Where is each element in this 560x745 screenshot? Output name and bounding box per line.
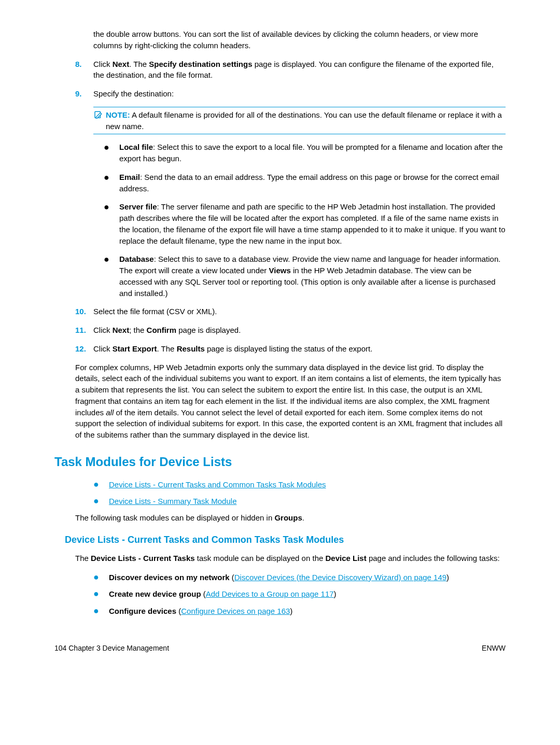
step-11: 11. Click Next; the Confirm page is disp… [75, 325, 506, 336]
bullet-marker: ● [93, 571, 109, 582]
bullet-body: Server file: The server filename and pat… [119, 201, 506, 246]
link-configure-devices[interactable]: Configure Devices on page 163 [181, 607, 290, 615]
body-paragraph: The following task modules can be displa… [75, 512, 506, 524]
bullet-server-file: ● Server file: The server filename and p… [104, 201, 506, 246]
text: page is displayed listing the status of … [205, 344, 373, 353]
text: . The [157, 344, 177, 353]
bold-text: Confirm [147, 326, 177, 334]
link-discover-devices[interactable]: Discover Devices (the Device Discovery W… [234, 573, 446, 582]
text: The [75, 554, 91, 563]
bold-text: Results [177, 344, 205, 353]
text: task module can be displayed on the [195, 554, 326, 563]
bullet-body: Email: Send the data to an email address… [119, 172, 506, 194]
step-text: Select the file format (CSV or XML). [93, 306, 506, 317]
bold-text: Start Export [113, 344, 157, 353]
bullet-marker: ● [104, 254, 119, 299]
bullet-marker: ● [93, 479, 109, 489]
bullet-marker: ● [104, 142, 119, 164]
bullet-body: Local file: Select this to save the expo… [119, 142, 506, 164]
text: Click [93, 344, 113, 353]
step-text: Click Next; the Confirm page is displaye… [93, 325, 506, 336]
bullet-local-file: ● Local file: Select this to save the ex… [104, 142, 506, 164]
text: : The server filename and path are speci… [119, 202, 506, 245]
step-8: 8. Click Next. The Specify destination s… [75, 59, 506, 81]
task-bullet-discover: ● Discover devices on my network (Discov… [93, 571, 506, 583]
link-bullet-1: ● Device Lists - Current Tasks and Commo… [93, 479, 506, 490]
text: . The [129, 60, 149, 68]
text: ) [290, 607, 292, 615]
text: ( [230, 573, 234, 582]
task-bullet-create-group: ● Create new device group (Add Devices t… [93, 588, 506, 600]
note-text: A default filename is provided for all o… [106, 110, 502, 131]
text: : Select this to save the export to a lo… [119, 143, 503, 163]
text: The following task modules can be displa… [75, 513, 274, 522]
heading-task-modules: Task Modules for Device Lists [54, 453, 506, 471]
link-current-tasks[interactable]: Device Lists - Current Tasks and Common … [109, 479, 326, 490]
task-bullet-configure: ● Configure devices (Configure Devices o… [93, 605, 506, 617]
note-label: NOTE: [106, 110, 130, 119]
bullet-database: ● Database: Select this to save to a dat… [104, 254, 506, 299]
bold-text: Server file [119, 202, 157, 211]
footer-left: 104 Chapter 3 Device Management [54, 643, 169, 653]
bold-text: Device List [326, 554, 367, 563]
step-12: 12. Click Start Export. The Results page… [75, 343, 506, 355]
paragraph-continuation: the double arrow buttons. You can sort t… [93, 29, 506, 51]
italic-text: all [106, 408, 114, 417]
bullet-body: Create new device group (Add Devices to … [109, 588, 337, 600]
text: Click [93, 60, 113, 68]
text: ( [201, 589, 206, 598]
bold-text: Groups [274, 513, 302, 522]
bold-text: Specify destination settings [149, 60, 252, 68]
page-footer: 104 Chapter 3 Device Management ENWW [54, 643, 506, 653]
heading-current-tasks: Device Lists - Current Tasks and Common … [65, 533, 506, 546]
step-10: 10. Select the file format (CSV or XML). [75, 306, 506, 317]
text: ) [334, 589, 337, 598]
bullet-body: Discover devices on my network (Discover… [109, 572, 449, 583]
text: : Send the data to an email address. Typ… [119, 173, 499, 193]
bold-text: Configure devices [109, 607, 176, 615]
bold-text: Next [113, 326, 130, 334]
note-icon [93, 110, 103, 120]
step-number: 9. [75, 88, 93, 100]
text: ; the [129, 326, 146, 334]
link-add-devices-group[interactable]: Add Devices to a Group on page 117 [206, 589, 334, 598]
body-paragraph: The Device Lists - Current Tasks task mo… [75, 553, 506, 564]
bullet-marker: ● [93, 605, 109, 615]
step-text: Click Start Export. The Results page is … [93, 343, 506, 355]
bold-text: Email [119, 173, 140, 181]
step-number: 10. [75, 306, 93, 317]
bullet-email: ● Email: Send the data to an email addre… [104, 172, 506, 194]
body-paragraph: For complex columns, HP Web Jetadmin exp… [75, 362, 506, 441]
bold-text: Device Lists - Current Tasks [91, 554, 195, 563]
bullet-body: Configure devices (Configure Devices on … [109, 606, 292, 617]
bold-text: Discover devices on my network [109, 573, 230, 582]
link-bullet-2: ● Device Lists - Summary Task Module [93, 495, 506, 507]
text: page is displayed. [176, 326, 241, 334]
step-number: 11. [75, 325, 93, 336]
step-number: 8. [75, 59, 93, 81]
text: page and includes the following tasks: [367, 554, 500, 563]
bullet-marker: ● [104, 172, 119, 194]
text: ( [176, 607, 181, 615]
step-text: Specify the destination: [93, 88, 506, 100]
text: of the item details. You cannot select t… [75, 408, 502, 440]
note-content: NOTE: A default filename is provided for… [106, 109, 506, 132]
text: Click [93, 326, 113, 334]
step-number: 12. [75, 343, 93, 355]
bullet-marker: ● [93, 588, 109, 598]
step-text: Click Next. The Specify destination sett… [93, 59, 506, 81]
text: . [302, 513, 304, 522]
text: ) [446, 573, 449, 582]
bold-text: Views [269, 266, 290, 275]
step-9: 9. Specify the destination: [75, 88, 506, 100]
bold-text: Create new device group [109, 589, 201, 598]
bullet-marker: ● [104, 201, 119, 246]
note-box: NOTE: A default filename is provided for… [93, 107, 506, 135]
footer-right: ENWW [482, 643, 506, 653]
link-summary-task[interactable]: Device Lists - Summary Task Module [109, 496, 236, 507]
bold-text: Local file [119, 143, 153, 151]
bold-text: Next [113, 60, 130, 68]
bullet-body: Database: Select this to save to a datab… [119, 254, 506, 299]
bold-text: Database [119, 255, 154, 263]
bullet-marker: ● [93, 495, 109, 505]
